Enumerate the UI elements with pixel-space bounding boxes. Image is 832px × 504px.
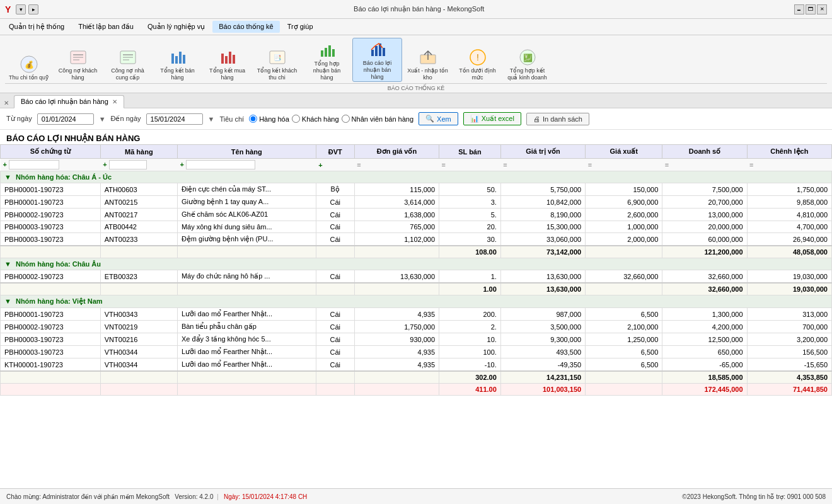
tab-close-x[interactable]: ✕ (3, 98, 10, 108)
title-menu-btn[interactable]: ▾ (16, 4, 26, 14)
menu-thietlap[interactable]: Thiết lập ban đầu (72, 21, 140, 33)
cell-gtrivon: 987,000 (500, 308, 585, 321)
filter-cell-gtrivon: = (500, 159, 585, 171)
cell-dvt: Cái (316, 209, 354, 221)
toolbar-tongketmh[interactable]: Tổng kết mua hàng (203, 46, 251, 83)
table-container[interactable]: Số chứng từ Mã hàng Tên hàng ĐVT Đơn giá… (0, 144, 832, 501)
group-label: ▼ Nhóm hàng hóa: Châu Á - Úc (1, 171, 832, 183)
cell-doanso: 32,660,000 (662, 270, 747, 284)
toolbar-baocaoloinhuanactive[interactable]: Báo cáo lợi nhuận bán hàng (352, 38, 402, 82)
group-expand-icon[interactable]: ▼ (4, 173, 11, 181)
radio-khachhang[interactable]: Khách hàng (292, 115, 339, 123)
congnoncc-label: Công nợ nhà cung cấp (107, 67, 148, 81)
print-button[interactable]: 🖨 In danh sách (526, 113, 589, 125)
table-filter-row: + + + + = = = = = = (1, 159, 832, 171)
cell-tenhang: Đệm giường bệnh viện (PU... (177, 233, 316, 246)
restore-button[interactable]: 🗖 (806, 4, 816, 14)
cell-chenhlech: 9,858,000 (747, 196, 831, 209)
subtotal-slban: 108.00 (439, 246, 501, 258)
menu-quantri[interactable]: Quản trị hệ thống (3, 21, 71, 33)
toolbar-thuchi[interactable]: 💰 Thu chi tồn quỹ (5, 53, 52, 83)
toolbar-congnoncc[interactable]: Công nợ nhà cung cấp (103, 46, 152, 83)
toolbar-congnokh[interactable]: Công nợ khách hàng (54, 46, 102, 83)
cell-dongiavon: 4,935 (354, 346, 439, 358)
cell-mahang: VNT00219 (100, 321, 177, 333)
cell-tenhang: Lưỡi dao mổ Fearther Nhật... (177, 308, 316, 321)
to-date-calendar-icon[interactable]: ▼ (208, 115, 215, 123)
subtotal-empty-giaxuat (586, 283, 662, 295)
subtotal-gtrivon: 73,142,000 (500, 246, 585, 258)
group-label: ▼ Nhóm hàng hóa: Châu Âu (1, 258, 832, 270)
svg-rect-24 (371, 50, 374, 56)
cell-dvt: Cái (316, 221, 354, 233)
col-header-doanso: Doanh số (662, 145, 747, 159)
toolbar-tongketbh[interactable]: Tổng kết bán hàng (153, 46, 202, 83)
cell-sochungtu: PBH00002-190723 (1, 270, 101, 284)
cell-tenhang: Bàn tiểu phẫu chân gấp (177, 321, 316, 333)
subtotal-label (1, 283, 101, 295)
xem-button[interactable]: 🔍 Xem (419, 112, 458, 125)
tab-close-button[interactable]: ✕ (112, 98, 117, 105)
table-row: PBH00003-190723 VNT00216 Xe đẩy 3 tầng k… (1, 333, 832, 346)
radio-nhanvien[interactable]: Nhân viên bán hàng (342, 115, 413, 123)
main-content: Từ ngày ▼ Đến ngày ▼ Tiêu chí Hàng hóa K… (0, 108, 832, 504)
cell-sochungtu: PBH00003-190723 (1, 346, 101, 358)
cell-giaxuat: 2,000,000 (586, 233, 662, 246)
to-date-input[interactable] (146, 113, 203, 125)
menu-bar: Quản trị hệ thống Thiết lập ban đầu Quản… (0, 19, 832, 35)
minimize-button[interactable]: 🗕 (794, 4, 804, 14)
menu-trogiup[interactable]: Trợ giúp (281, 21, 320, 33)
toolbar-xuatnhap[interactable]: Xuất - nhập tồn kho (403, 46, 452, 83)
from-date-calendar-icon[interactable]: ▼ (99, 115, 106, 123)
tonduoi-icon: ! (468, 47, 488, 67)
congnoncc-icon (118, 47, 138, 67)
status-copyright: ©2023 HekongSoft. Thông tin hỗ trợ: 0901… (682, 493, 826, 500)
filter-cell-dvt: + (316, 159, 354, 171)
filter-cell-giaxuat: = (586, 159, 662, 171)
menu-baocao[interactable]: Báo cáo thống kê (212, 21, 280, 33)
filter-input-mahang[interactable] (109, 160, 147, 169)
filter-input-sochungtu[interactable] (9, 160, 59, 169)
cell-dongiavon: 13,630,000 (354, 270, 439, 284)
title-pin-btn[interactable]: ▸ (28, 4, 38, 14)
menu-quanly[interactable]: Quản lý nghiệp vụ (141, 21, 211, 33)
toolbar-tonduoi[interactable]: ! Tồn dưới định mức (453, 46, 502, 83)
thuchi-label: Thu chi tồn quỹ (9, 74, 49, 81)
group-header-row: ▼ Nhóm hàng hóa: Châu Âu (1, 258, 832, 270)
cell-doanso: 1,300,000 (662, 308, 747, 321)
group-expand-icon[interactable]: ▼ (4, 260, 11, 268)
filter-input-tenhang[interactable] (186, 160, 255, 169)
group-expand-icon[interactable]: ▼ (4, 297, 11, 305)
tab-baocaoloinhuanbanhang[interactable]: Báo cáo lợi nhuận bán hàng ✕ (14, 95, 124, 108)
cell-giaxuat: 150,000 (586, 183, 662, 196)
tonghopkqkd-label: Tổng hợp kết quả kinh doanh (507, 67, 548, 81)
filter-cell-chenhlech: = (747, 159, 831, 171)
tongketmh-label: Tổng kết mua hàng (207, 67, 248, 81)
radio-hanghoa[interactable]: Hàng hóa (249, 115, 289, 123)
subtotal-empty-tenhang (177, 371, 316, 384)
from-date-input[interactable] (37, 113, 94, 125)
svg-rect-22 (328, 45, 331, 57)
cell-slban: 1. (439, 270, 501, 284)
close-button[interactable]: ✕ (817, 4, 827, 14)
window-controls: 🗕 🗖 ✕ (794, 4, 827, 14)
subtotal-doanso: 121,200,000 (662, 246, 747, 258)
tongketbh-label: Tổng kết bán hàng (157, 67, 198, 81)
toolbar-tonghopkqkd[interactable]: 💹 Tổng hợp kết quả kinh doanh (503, 46, 552, 83)
toolbar-section-label: BÁO CÁO THỐNG KÊ (5, 83, 827, 91)
cell-giaxuat: 6,500 (586, 308, 662, 321)
toolbar-tonghopnh[interactable]: Tổng hợp nhuận bán hàng (303, 39, 351, 82)
excel-button[interactable]: 📊 Xuất excel (463, 112, 521, 125)
cell-dongiavon: 3,614,000 (354, 196, 439, 209)
tongketktc-label: Tổng kết khách thu chi (257, 67, 298, 81)
svg-rect-10 (171, 54, 174, 64)
cell-sochungtu: PBH00003-190723 (1, 221, 101, 233)
filter-radio-group: Hàng hóa Khách hàng Nhân viên bán hàng (249, 115, 413, 123)
toolbar-tongketktc[interactable]: 📑 Tổng kết khách thu chi (253, 46, 301, 83)
subtotal-empty-dongiavon (354, 371, 439, 384)
cell-mahang: ATB00442 (100, 221, 177, 233)
filter-cell-dongiavon: = (354, 159, 439, 171)
toolbar: 💰 Thu chi tồn quỹ Công nợ khách hàng Côn… (0, 35, 832, 93)
table-row: PBH00001-190723 VTH00343 Lưỡi dao mổ Fea… (1, 308, 832, 321)
report-title: BÁO CÁO LỢI NHUẬN BÁN HÀNG (0, 130, 832, 144)
